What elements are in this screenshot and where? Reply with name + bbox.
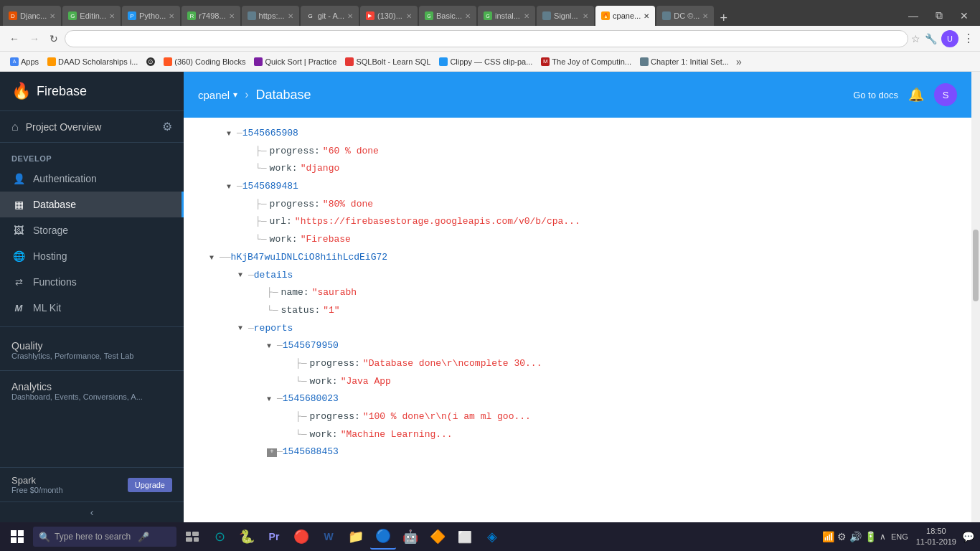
tab-editing[interactable]: G Editin... ✕ [62,6,121,26]
tab-dc[interactable]: DC ©... ✕ [656,6,714,26]
collapse-icon-reports[interactable]: ▼ [238,321,248,335]
add-tab-button[interactable]: + [715,11,732,26]
taskbar-settings-icon[interactable]: ⚙ [837,531,847,542]
node-key-reports[interactable]: reports [254,320,293,338]
taskbar-up-icon[interactable]: ∧ [880,532,886,542]
forward-button[interactable]: → [26,32,43,46]
collapse-icon-hkjb47[interactable]: ▼ [209,251,220,265]
restore-button[interactable]: ⧉ [927,8,951,23]
tab-close-10[interactable]: ✕ [583,12,588,20]
taskbar-task-view[interactable] [179,524,205,550]
taskbar-app-android[interactable]: 🤖 [397,524,423,550]
tab-close-7[interactable]: ✕ [406,12,412,20]
scrollbar-track[interactable] [971,72,980,522]
tab-close-8[interactable]: ✕ [465,12,471,20]
bookmark-joy-computing[interactable]: M The Joy of Computin... [537,56,636,67]
expand-icon-1545688453[interactable]: + [267,448,277,457]
project-selector[interactable]: cpanel ▾ [198,89,237,101]
upgrade-button[interactable]: Upgrade [128,478,172,492]
address-input[interactable]: https://console.firebase.google.com/u/0/… [65,30,908,47]
taskbar-app-vscode[interactable]: ◈ [479,524,505,550]
bookmark-sqlbolt[interactable]: SQLBolt - Learn SQL [341,56,435,67]
minimize-button[interactable]: — [900,9,927,23]
bookmark-daad[interactable]: DAAD Scholarships i... [43,56,142,67]
taskbar-language[interactable]: ENG [889,532,910,541]
bookmark-star-icon[interactable]: ☆ [911,33,920,44]
collapse-icon-details[interactable]: ▼ [238,268,248,282]
tab-signl[interactable]: Signl... ✕ [537,6,594,26]
bookmark-quicksort[interactable]: Quick Sort | Practice [250,56,341,67]
taskbar-app-vlc[interactable]: 🔶 [425,524,451,550]
node-key-1545679950[interactable]: 1545679950 [283,337,339,355]
tab-close-active[interactable]: ✕ [644,12,649,20]
collapse-icon-1545679950[interactable]: ▼ [267,339,277,353]
taskbar-sound-icon[interactable]: 🔊 [849,531,862,542]
tab-close-9[interactable]: ✕ [524,12,529,20]
tab-r7498[interactable]: R r7498... ✕ [182,6,240,26]
tab-close-2[interactable]: ✕ [109,12,115,20]
sidebar-item-database[interactable]: ▦ Database [0,192,184,217]
bookmark-clippy[interactable]: Clippy — CSS clip-pa... [435,56,537,67]
topbar-user-avatar[interactable]: S [934,83,957,106]
tab-install[interactable]: G instal... ✕ [478,6,535,26]
tab-git[interactable]: G git - A... ✕ [301,6,359,26]
tab-python[interactable]: P Pytho... ✕ [122,6,180,26]
tab-youtube[interactable]: ▶ (130)... ✕ [360,6,418,26]
browser-menu-icon[interactable]: ⋮ [963,32,974,45]
tab-close[interactable]: ✕ [50,12,55,20]
tab-close-5[interactable]: ✕ [288,12,293,20]
reload-button[interactable]: ↻ [46,32,62,46]
close-button[interactable]: ✕ [951,9,977,23]
taskbar-app-files[interactable]: 📁 [343,524,369,550]
bookmark-chapter1[interactable]: Chapter 1: Initial Set... [636,56,733,67]
node-key-hkjb47[interactable]: hKjB47wulDNLCiO8h1ihLcdEiG72 [231,249,387,267]
bookmark-apps[interactable]: A Apps [6,56,43,67]
taskbar-app-premiere[interactable]: Pr [261,524,287,550]
node-key-1545688453[interactable]: 1545688453 [283,443,339,461]
taskbar-app-idea[interactable]: 🔴 [288,524,314,550]
tab-close-6[interactable]: ✕ [347,12,353,20]
scrollbar-thumb[interactable] [973,230,979,301]
sidebar-item-storage[interactable]: 🖼 Storage [0,217,184,243]
taskbar-notification-icon[interactable]: 💬 [962,531,974,542]
analytics-section[interactable]: Analytics Dashboard, Events, Conversions… [0,374,184,408]
sidebar-item-hosting[interactable]: 🌐 Hosting [0,243,184,269]
tab-cpanel[interactable]: 🔥 cpane... ✕ [595,6,655,26]
tab-close-11[interactable]: ✕ [702,12,708,20]
node-key-details[interactable]: details [254,267,293,285]
taskbar-app-terminal[interactable]: ⬜ [452,524,478,550]
sidebar-collapse-button[interactable]: ‹ [0,501,184,522]
collapse-icon-1545689481[interactable]: ▼ [227,180,237,194]
sidebar-item-functions[interactable]: ⇄ Functions [0,269,184,295]
bookmark-coding-blocks[interactable]: (360) Coding Blocks [159,56,250,67]
bookmark-github[interactable]: ⊙ [142,56,159,67]
tab-django[interactable]: D Djanc... ✕ [3,6,61,26]
windows-start-button[interactable] [3,524,32,550]
taskbar-app-arduino[interactable]: ⊙ [207,524,232,550]
back-button[interactable]: ← [6,32,23,46]
taskbar-app-python[interactable]: 🐍 [234,524,260,550]
goto-docs-link[interactable]: Go to docs [853,90,898,100]
collapse-icon-1545680023[interactable]: ▼ [267,392,277,406]
settings-gear-icon[interactable]: ⚙ [162,120,172,133]
quality-section[interactable]: Quality Crashlytics, Performance, Test L… [0,333,184,367]
sidebar-item-authentication[interactable]: 👤 Authentication [0,166,184,192]
node-key-1545680023[interactable]: 1545680023 [283,390,339,408]
node-key-1545665908[interactable]: 1545665908 [242,125,298,143]
tab-basic[interactable]: G Basic... ✕ [419,6,476,26]
taskbar-app-chrome[interactable]: 🔵 [370,524,396,550]
notification-bell-icon[interactable]: 🔔 [908,87,924,103]
tab-close-3[interactable]: ✕ [169,12,174,20]
taskbar-app-word[interactable]: W [316,524,341,550]
taskbar-search-box[interactable]: 🔍 Type here to search 🎤 [33,527,176,547]
taskbar-clock[interactable]: 18:50 11-01-2019 [913,526,959,548]
microphone-icon[interactable]: 🎤 [138,532,149,542]
taskbar-network-icon[interactable]: 📶 [822,531,834,542]
tab-https[interactable]: https:... ✕ [242,6,299,26]
user-avatar-header[interactable]: U [941,30,958,47]
extensions-icon[interactable]: 🔧 [925,33,937,44]
collapse-icon-1545665908[interactable]: ▼ [227,127,237,141]
node-key-1545689481[interactable]: 1545689481 [242,178,298,196]
tab-close-4[interactable]: ✕ [229,12,235,20]
sidebar-item-mlkit[interactable]: M ML Kit [0,295,184,321]
